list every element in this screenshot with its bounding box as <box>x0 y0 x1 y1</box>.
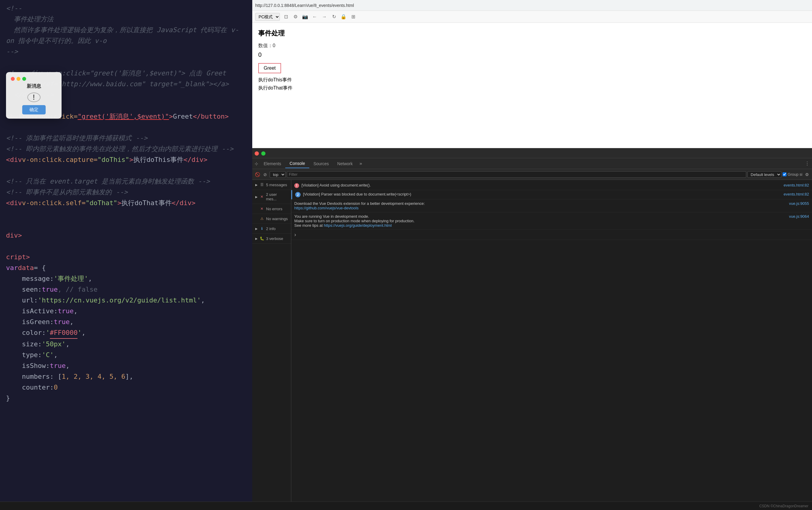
devtools-more-tabs[interactable]: » <box>357 161 365 166</box>
tab-console[interactable]: Console <box>285 159 309 168</box>
vue-devtools-link[interactable]: https://github.com/vuejs/vue-devtools <box>294 206 358 210</box>
no-errors-icon: ✕ <box>259 206 264 211</box>
console-log-area: ! [Violation] Avoid using document.write… <box>291 180 812 502</box>
browser-toolbar: PC模式 ⊡ ⚙ 📷 ← → ↻ 🔒 ⊞ <box>252 11 812 23</box>
code-line: div> <box>0 230 252 241</box>
log-row-3: Download the Vue Devtools extension for … <box>294 201 809 206</box>
devtools-minimize-button[interactable] <box>261 151 265 155</box>
log-entry-violation-1: ! [Violation] Avoid using document.write… <box>291 181 812 190</box>
console-filter-input[interactable] <box>287 171 746 178</box>
code-line <box>0 165 252 176</box>
expand-arrow-icon: ▶ <box>255 237 258 240</box>
devtools-settings-icon[interactable]: ⋮ <box>805 161 810 166</box>
code-line: type: 'C', <box>0 349 252 361</box>
console-item-messages[interactable]: ▶ ☰ 5 messages <box>252 180 291 190</box>
code-line: 然而许多事件处理逻辑会更为复杂，所以直接把 JavaScript 代码写在 v-… <box>0 25 252 46</box>
code-line: size: '50px', <box>0 339 252 349</box>
dialog-min-dot[interactable] <box>17 77 21 81</box>
console-item-no-errors[interactable]: ▶ ✕ No errors <box>252 204 291 214</box>
log-message-3: Download the Vue Devtools extension for … <box>294 201 425 206</box>
log-text-1: [Violation] Avoid using document.write()… <box>301 183 809 188</box>
console-sidebar: ▶ ☰ 5 messages ▶ ✕ 2 user mes... ▶ ✕ No … <box>252 180 291 502</box>
tab-elements[interactable]: Elements <box>259 160 285 168</box>
violation-icon-1: ! <box>294 183 299 188</box>
log-source-link-3[interactable]: vue.js:9055 <box>789 201 809 206</box>
code-line <box>0 241 252 252</box>
messages-label: 5 messages <box>266 182 287 187</box>
console-levels-select[interactable]: Default levels <box>748 171 781 178</box>
code-line: 事件处理方法 <box>0 14 252 25</box>
log-tips-text: See more tips at https://vuejs.org/guide… <box>294 223 809 228</box>
list-icon: ☰ <box>259 182 264 187</box>
browser-lock-icon[interactable]: 🔒 <box>340 13 347 21</box>
code-line: <div v-on:click.capture="doThis">执行doThi… <box>0 154 252 165</box>
no-errors-label: No errors <box>266 207 282 211</box>
console-item-user-messages[interactable]: ▶ ✕ 2 user mes... <box>252 190 291 204</box>
browser-menu-icon[interactable]: ⊞ <box>350 13 357 21</box>
devtools-inspect-icon[interactable]: ⊹ <box>255 161 258 166</box>
dialog-close-dot[interactable] <box>11 77 15 81</box>
browser-back-icon[interactable]: ← <box>311 13 318 21</box>
code-line: counter: 0 <box>0 382 252 393</box>
info-icon: ℹ <box>259 226 264 231</box>
code-line: message: '事件处理', <box>0 273 252 284</box>
browser-greet-button[interactable]: Greet <box>258 63 281 73</box>
code-line: <!-- <box>0 3 252 14</box>
expand-arrow-icon: ▶ <box>255 195 258 199</box>
dialog-warning-icon: ! <box>27 92 40 102</box>
browser-content: 事件处理 数值：0 0 Greet 执行doThis事件 执行doThat事件 <box>252 23 812 99</box>
code-line: isShow: true, <box>0 361 252 371</box>
user-error-icon: ✕ <box>259 194 264 199</box>
log-source-link-4[interactable]: vue.js:9064 <box>789 214 809 219</box>
browser-url[interactable]: http://127.0.0.1:8848/LearnVue/8_events/… <box>255 3 354 8</box>
code-line: cript> <box>0 252 252 262</box>
code-line: url: 'https://cn.vuejs.org/v2/guide/list… <box>0 295 252 306</box>
dialog-max-dot[interactable] <box>22 77 26 81</box>
code-line: } <box>0 393 252 404</box>
browser-value-label: 数值：0 <box>258 42 806 49</box>
right-panel: http://127.0.0.1:8848/LearnVue/8_events/… <box>252 0 812 502</box>
devtools-close-button[interactable] <box>255 151 259 155</box>
tab-sources[interactable]: Sources <box>309 160 333 168</box>
code-line: <div v-on:click.self="doThat">执行doThat事件… <box>0 198 252 208</box>
vue-deployment-link[interactable]: https://vuejs.org/guide/deployment.html <box>324 223 392 228</box>
console-item-verbose[interactable]: ▶ 🐛 3 verbose <box>252 234 291 244</box>
group-similar-checkbox[interactable] <box>783 172 786 176</box>
console-context-select[interactable]: top <box>270 171 286 178</box>
code-editor: <!-- 事件处理方法 然而许多事件处理逻辑会更为复杂，所以直接把 JavaSc… <box>0 0 252 502</box>
log-row-1: [Violation] Avoid using document.write()… <box>301 183 809 188</box>
violation-number-icon: 2 <box>295 192 300 197</box>
no-warnings-label: No warnings <box>266 217 288 221</box>
console-item-info[interactable]: ▶ ℹ 2 info <box>252 224 291 234</box>
log-text-2: [Violation] Parser was blocked due to do… <box>303 192 809 196</box>
console-item-no-warnings[interactable]: ▶ ⚠ No warnings <box>252 214 291 224</box>
console-clear-icon[interactable]: 🚫 <box>254 171 261 178</box>
browser-screenshot-icon[interactable]: 📷 <box>301 13 309 21</box>
log-text-4: You are running Vue in development mode.… <box>294 214 809 228</box>
browser-forward-icon[interactable]: → <box>321 13 328 21</box>
log-source-link-1[interactable]: events.html:82 <box>783 183 809 188</box>
log-entry-vue-dev-mode: You are running Vue in development mode.… <box>291 213 812 230</box>
browser-mode-select[interactable]: PC模式 <box>255 13 280 21</box>
log-source-link-2[interactable]: events.html:82 <box>783 192 809 196</box>
log-link-row: https://github.com/vuejs/vue-devtools <box>294 206 809 210</box>
browser-dothis-text: 执行doThis事件 <box>258 77 806 83</box>
browser-settings-icon[interactable]: ⚙ <box>292 13 299 21</box>
dialog-window-controls <box>11 77 26 81</box>
browser-responsive-icon[interactable]: ⊡ <box>282 13 289 21</box>
console-settings-button[interactable]: ⚙ <box>804 171 810 178</box>
browser-reload-icon[interactable]: ↻ <box>330 13 338 21</box>
dialog-confirm-button[interactable]: 确定 <box>22 105 46 114</box>
expand-icon[interactable]: › <box>294 232 296 238</box>
devtools-toolbar: 🚫 ⊘ top Default levels Group si ⚙ <box>252 169 812 180</box>
log-message-4: You are running Vue in development mode. <box>294 214 369 219</box>
code-content: <!-- 事件处理方法 然而许多事件处理逻辑会更为复杂，所以直接把 JavaSc… <box>0 0 252 407</box>
log-entry-expand[interactable]: › <box>291 230 812 240</box>
expand-arrow-icon: ▶ <box>255 227 258 230</box>
no-warnings-icon: ⚠ <box>259 216 264 221</box>
code-line: <!-- 只当在 event.target 是当前元素自身时触发处理函数 --> <box>0 176 252 187</box>
tab-network[interactable]: Network <box>333 160 357 168</box>
console-filter-icon[interactable]: ⊘ <box>262 171 268 178</box>
log-entry-violation-2: 2 [Violation] Parser was blocked due to … <box>291 190 812 199</box>
log-row-2: [Violation] Parser was blocked due to do… <box>303 192 809 196</box>
